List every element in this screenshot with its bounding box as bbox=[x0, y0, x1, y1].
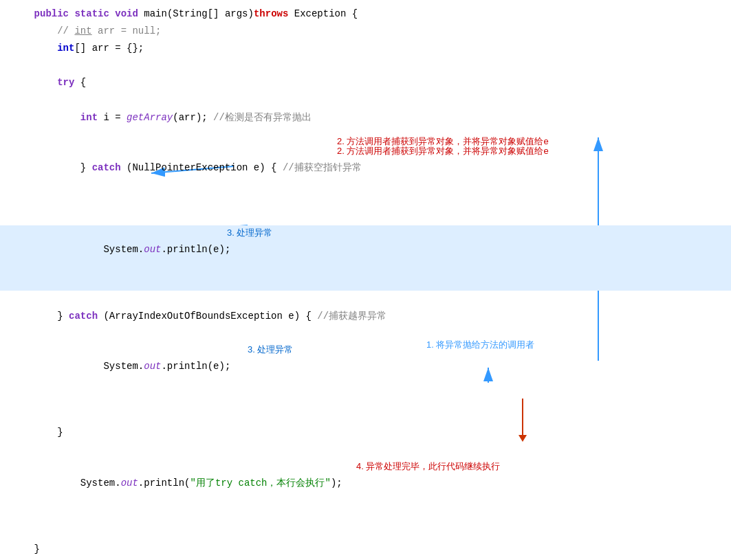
code-line-13: } catch (ArrayIndexOutOfBoundsException … bbox=[0, 308, 731, 325]
code-line-12 bbox=[0, 291, 731, 308]
code-catch-1b: (NullPointerException e) { bbox=[121, 162, 283, 173]
code-brace: { bbox=[74, 77, 86, 88]
code-line-17: } bbox=[0, 424, 731, 441]
comment-3: //捕获空指针异常 bbox=[283, 162, 362, 173]
code-getarray: i = getArray(arr); bbox=[98, 112, 213, 123]
code-line-2: // int arr = null; bbox=[0, 23, 731, 40]
kw-int: int bbox=[57, 43, 74, 54]
kw-catch-2: catch bbox=[69, 311, 98, 322]
code-line-7: int i = getArray(arr); //检测是否有异常抛出 bbox=[0, 109, 731, 126]
code-arr: [] arr = {}; bbox=[74, 43, 144, 54]
code-line-6 bbox=[0, 91, 731, 109]
code-line-10 bbox=[0, 208, 731, 225]
comment-4: //捕获越界异常 bbox=[317, 311, 386, 322]
method-main: main(String[] args) bbox=[144, 8, 254, 19]
annotation-2: 2. 方法调用者捕获到异常对象，并将异常对象赋值给e bbox=[337, 135, 549, 149]
code-line-3: int[] arr = {}; bbox=[0, 40, 731, 57]
code-line-20 bbox=[0, 524, 731, 541]
code-line-4 bbox=[0, 57, 731, 74]
kw-catch-1: catch bbox=[92, 162, 121, 173]
comment-2: //检测是否有异常抛出 bbox=[213, 112, 312, 123]
exception-text: Exception { bbox=[288, 8, 358, 19]
code-line-15: System.out.println(e); 3. 处理异常 bbox=[0, 342, 731, 407]
code-println-3: System.out.println("用了try catch，本行会执行"); bbox=[34, 478, 342, 489]
kw-void: void bbox=[115, 8, 138, 19]
code-line-14 bbox=[0, 325, 731, 342]
code-line-19: System.out.println("用了try catch，本行会执行");… bbox=[0, 459, 731, 524]
kw-static: static bbox=[74, 8, 109, 19]
code-line-21: } bbox=[0, 541, 731, 558]
kw-throws-1: throws bbox=[254, 8, 288, 19]
comment-1: // int arr = null; bbox=[57, 25, 161, 36]
kw-public: public bbox=[34, 8, 69, 19]
kw-try: try bbox=[57, 77, 74, 88]
ann-handle-1: 3. 处理异常 bbox=[227, 225, 272, 240]
code-line-1: public static void main(String[] args)th… bbox=[0, 5, 731, 23]
code-catch-2b: (ArrayIndexOutOfBoundsException e) { bbox=[98, 311, 317, 322]
code-close-brace: } bbox=[57, 311, 69, 322]
kw-int-2: int bbox=[80, 112, 98, 123]
ann-continue: 4. 异常处理完毕，此行代码继续执行 bbox=[356, 459, 500, 473]
code-println-2: System.out.println(e); bbox=[34, 361, 231, 372]
code-line-11: System.out.println(e); 3. 处理异常 bbox=[0, 225, 731, 290]
code-line-9: } catch (NullPointerException e) { //捕获空… bbox=[0, 144, 731, 208]
annotation-1: 1. 将异常抛给方法的调用者 bbox=[426, 338, 534, 352]
code-line-5: try { bbox=[0, 74, 731, 91]
code-container: public static void main(String[] args)th… bbox=[0, 0, 731, 560]
code-main-close: } bbox=[34, 544, 40, 555]
code-line-16 bbox=[0, 407, 731, 424]
string-trycatch: "用了try catch，本行会执行" bbox=[190, 478, 330, 489]
code-println-1: System.out.println(e); bbox=[34, 244, 231, 255]
code-catch-1: } bbox=[34, 162, 92, 173]
code-line-18 bbox=[0, 441, 731, 458]
code-brace-close: } bbox=[57, 427, 63, 438]
ann-handle-2: 3. 处理异常 bbox=[248, 342, 293, 357]
